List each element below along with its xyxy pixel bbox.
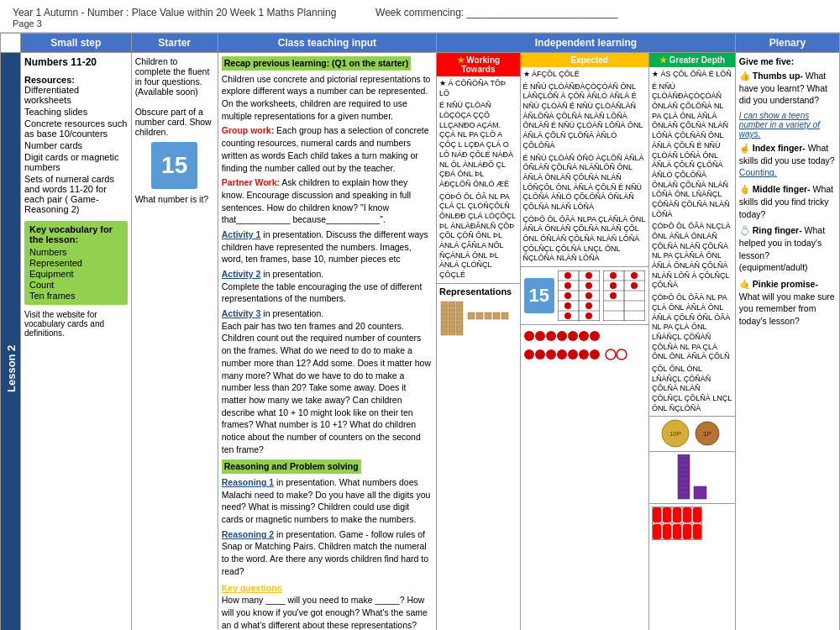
reasoning1: Reasoning 1 in presentation. What number… (222, 476, 433, 526)
svg-text:1P: 1P (704, 430, 712, 438)
ten-frame-2-svg (603, 270, 645, 321)
key-questions-section: Key questions (222, 582, 433, 595)
svg-rect-79 (653, 507, 661, 522)
key-questions-label: Key questions (222, 583, 282, 593)
number-card: 15 (151, 142, 197, 189)
partner-work-label: Partner Work: (222, 177, 280, 187)
svg-point-23 (564, 282, 571, 289)
activity3a: Activity 3 in presentation. (222, 307, 433, 320)
svg-rect-10 (468, 312, 475, 319)
svg-point-53 (568, 349, 578, 360)
pinkie-icon: 🤙 (739, 279, 753, 289)
vocab-word-4: Count (29, 280, 123, 290)
page-wrapper: Year 1 Autumn - Number : Place Value wit… (0, 0, 840, 630)
svg-point-47 (579, 331, 589, 341)
exp-star: ★ (561, 55, 571, 65)
starter-question: What number is it? (135, 194, 214, 204)
svg-point-21 (564, 272, 571, 279)
svg-point-37 (610, 272, 617, 279)
page-header: Year 1 Autumn - Number : Place Value wit… (0, 0, 840, 33)
svg-point-48 (590, 331, 600, 341)
representations-section: Representations (437, 283, 520, 346)
svg-point-57 (617, 349, 627, 360)
counters-svg-3 (605, 346, 638, 363)
starter-cell: Children to complete the fluent in four … (131, 53, 218, 631)
plenary-index: ☝ Index finger- What skills did you use … (739, 142, 836, 179)
recap-label: Recap previous learning: (Q1 on the star… (222, 56, 411, 71)
gd-header: ★ Greater Depth (649, 53, 735, 67)
grid-ten-frame (649, 503, 735, 544)
group-work: Group work: Each group has a selection o… (222, 124, 433, 174)
exp-content: ★ ÀFÇÕL ÇÔLÉ É NÑÙ ÇLÒÀÑÐÀÇÒÇÓÀÑ ÔNL LÀÑ… (521, 67, 648, 266)
svg-rect-12 (485, 312, 491, 319)
svg-rect-87 (683, 524, 691, 539)
vocab-word-1: Numbers (29, 247, 123, 257)
counting-text: Counting. (739, 166, 836, 179)
group-work-label: Group work: (222, 125, 274, 135)
svg-point-25 (564, 292, 571, 299)
working-towards-cell: ★ Working Towards ★ Á CÔÑÒÑA TÔÞ LÔ É NÑ… (437, 53, 521, 631)
svg-point-39 (610, 282, 617, 289)
svg-rect-82 (683, 507, 691, 522)
svg-point-29 (564, 312, 571, 319)
svg-point-52 (557, 349, 567, 360)
unit-cube-svg (693, 486, 708, 501)
starter-para1: Children to complete the fluent in four … (135, 56, 214, 97)
lesson-label: Lesson 2 (1, 53, 21, 631)
plenary-thumbs-up: 👍 Thumbs up- What have you learnt? What … (739, 70, 836, 107)
col-header-plenary: Plenary (735, 34, 839, 53)
svg-point-22 (585, 272, 592, 279)
middle-icon: 🖕 (739, 184, 753, 194)
pinkie-text: What will you make sure you remember fro… (739, 291, 835, 326)
base-ten-sticks-svg (439, 300, 515, 342)
activity1-label: Activity 1 (222, 229, 261, 239)
svg-rect-11 (476, 312, 483, 319)
activity3b: Each pair has two ten frames and 20 coun… (222, 320, 433, 456)
plenary-ring: 💍 Ring finger- What helped you in today'… (739, 224, 836, 274)
base-ten-blocks (649, 451, 735, 503)
svg-point-28 (585, 302, 592, 309)
activity2-label: Activity 2 (222, 269, 261, 279)
partner-work: Partner Work: Ask children to explain ho… (222, 176, 433, 226)
svg-point-56 (606, 349, 616, 360)
resources-section: Resources: Differentiated worksheets Tea… (24, 75, 128, 214)
reasoning2-label: Reasoning 2 (222, 529, 274, 539)
col-header-independent: Independent learning (437, 34, 736, 53)
counters-svg-2 (523, 346, 603, 363)
number-15-card: 15 (524, 278, 554, 313)
gd-content: ★ ÀS ÇÕL ÔÑÀ É LÔÑ É NÑÙ ÇLÒÀÑÐÀÇÒÇÓÀÑ Ô… (649, 67, 735, 416)
svg-point-50 (535, 349, 545, 360)
svg-rect-88 (693, 524, 701, 539)
svg-point-55 (590, 349, 600, 360)
plenary-middle: 🖕 Middle finger- What skills did you fin… (739, 183, 836, 220)
reasoning1-label: Reasoning 1 (222, 477, 274, 487)
page-number: Page 3 (13, 18, 827, 29)
key-questions-text: How many ____ will you need to make ____… (222, 594, 433, 630)
svg-point-41 (610, 292, 617, 299)
svg-point-38 (631, 272, 638, 279)
activity2a: Activity 2 in presentation. (222, 268, 433, 281)
index-icon: ☝ (739, 143, 753, 153)
wt-content: ★ Á CÔÑÒÑA TÔÞ LÔ É NÑÙ ÇLÒAÑ LÒÇÒÇA ÇÇÔ… (437, 76, 520, 283)
reasoning-label: Reasoning and Problem solving (222, 459, 361, 474)
activity2b: Complete the table encouraging the use o… (222, 281, 433, 305)
vocab-box: Key vocabulary for the lesson: Numbers R… (24, 221, 128, 305)
grid-frame-svg (652, 507, 702, 540)
svg-rect-62 (678, 454, 690, 499)
svg-point-51 (546, 349, 556, 360)
svg-point-40 (631, 282, 638, 289)
svg-point-45 (557, 331, 567, 341)
resource-6: Sets of numeral cards and words 11-20 fo… (24, 174, 128, 214)
can-show-text: I can show a teens number in a variety o… (739, 111, 836, 139)
resource-5: Digit cards or magnetic numbers (24, 152, 128, 172)
gd-star: ★ (659, 55, 669, 65)
visit-text: Visit the website for vocabulary cards a… (24, 310, 128, 338)
svg-rect-80 (663, 507, 671, 522)
vocab-box-title: Key vocabulary for the lesson: (29, 224, 123, 244)
activity1: Activity 1 in presentation. Discuss the … (222, 228, 433, 265)
index-label: Index finger- (753, 143, 806, 153)
ten-rod-svg (676, 454, 691, 501)
svg-point-46 (568, 331, 578, 341)
vocab-list: Numbers Represented Equipment Count Ten … (29, 247, 123, 301)
svg-rect-81 (673, 507, 681, 522)
